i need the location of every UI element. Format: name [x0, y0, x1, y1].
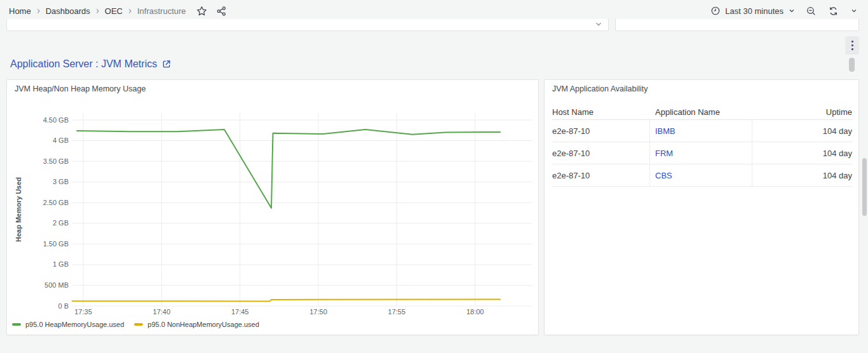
chart-legend: p95.0 HeapMemoryUsage.usedp95.0 NonHeapM… [12, 321, 259, 328]
y-tick-label: 2.50 GB [43, 199, 69, 206]
col-header-uptime[interactable]: Uptime [752, 104, 852, 119]
y-tick-label: 1.50 GB [43, 240, 69, 248]
chevron-right-icon [94, 8, 101, 15]
heap-memory-chart[interactable]: 4.50 GB4 GB3.50 GB3 GB2.50 GB2 GB1.50 GB… [7, 80, 539, 336]
table-panel: JVM Application Availability Host Name A… [544, 79, 859, 335]
table-row: e2e-87-10CBS104 day [552, 164, 852, 187]
legend-swatch [12, 323, 21, 326]
breadcrumb-item-dashboards[interactable]: Dashboards [46, 6, 90, 16]
legend-swatch [134, 323, 143, 326]
host-name-cell: e2e-87-10 [552, 142, 650, 164]
legend-item[interactable]: p95.0 HeapMemoryUsage.used [12, 321, 124, 328]
uptime-cell: 104 day [752, 120, 852, 142]
availability-table: Host Name Application Name Uptime e2e-87… [552, 104, 852, 187]
breadcrumb-item-oec[interactable]: OEC [105, 6, 123, 16]
row-title-link[interactable]: Application Server : JVM Metrics [10, 58, 172, 70]
y-tick-label: 1 GB [53, 260, 69, 268]
breadcrumb: HomeDashboardsOECInfrastructure [9, 6, 186, 16]
application-name-cell: FRM [650, 142, 752, 164]
refresh-interval-dropdown[interactable] [849, 6, 859, 16]
application-link[interactable]: IBMB [655, 126, 675, 136]
application-name-cell: IBMB [650, 120, 752, 142]
chart-panel: JVM Heap/Non Heap Memory Usage 4.50 GB4 … [6, 79, 539, 335]
time-range-picker[interactable]: Last 30 minutes [710, 6, 796, 16]
application-name-cell: CBS [650, 164, 752, 186]
y-tick-label: 500 MB [44, 281, 69, 289]
host-name-cell: e2e-87-10 [552, 120, 650, 142]
y-tick-label: 4 GB [53, 137, 69, 144]
share-button[interactable] [215, 4, 228, 18]
y-axis-label: Heap Memory Used [15, 177, 22, 242]
breadcrumb-item-infrastructure[interactable]: Infrastructure [137, 6, 186, 16]
share-icon [216, 6, 227, 17]
application-link[interactable]: FRM [655, 149, 673, 158]
table-header-row: Host Name Application Name Uptime [552, 104, 852, 120]
table-row: e2e-87-10FRM104 day [552, 142, 852, 164]
x-tick-label: 18:00 [466, 308, 484, 316]
dashboard-page: HomeDashboardsOECInfrastructure [0, 0, 868, 353]
time-range-label: Last 30 minutes [725, 6, 783, 16]
table-panel-title: JVM Application Availability [552, 84, 648, 93]
zoom-out-button[interactable] [804, 4, 818, 18]
panel-menu-button[interactable] [845, 36, 859, 55]
star-icon [196, 6, 207, 17]
refresh-icon [828, 6, 839, 17]
uptime-cell: 104 day [752, 142, 852, 164]
legend-label: p95.0 HeapMemoryUsage.used [25, 321, 124, 328]
refresh-button[interactable] [827, 4, 840, 18]
zoom-out-icon [806, 6, 817, 17]
clock-icon [710, 6, 721, 16]
legend-item[interactable]: p95.0 NonHeapMemoryUsage.used [134, 321, 259, 328]
col-header-host-name[interactable]: Host Name [552, 104, 650, 119]
x-tick-label: 17:50 [309, 308, 327, 316]
x-tick-label: 17:35 [74, 308, 92, 316]
x-tick-label: 17:45 [231, 308, 249, 316]
x-tick-label: 17:40 [153, 308, 171, 316]
application-link[interactable]: CBS [655, 171, 672, 180]
breadcrumb-item-home[interactable]: Home [9, 6, 31, 16]
panel-partial-right [615, 19, 859, 31]
chevron-down-icon [850, 7, 858, 15]
chevron-down-icon [788, 7, 796, 15]
y-tick-label: 3 GB [53, 178, 69, 185]
y-tick-label: 2 GB [53, 219, 69, 227]
top-toolbar: HomeDashboardsOECInfrastructure [0, 0, 868, 22]
y-tick-label: 0 B [58, 302, 69, 310]
series-line [72, 300, 500, 302]
chevron-right-icon [35, 8, 42, 15]
external-link-icon [161, 59, 172, 69]
host-name-cell: e2e-87-10 [552, 164, 650, 186]
table-row: e2e-87-10IBMB104 day [552, 120, 852, 142]
window-scrollbar-thumb[interactable] [862, 158, 867, 216]
section-title: Application Server : JVM Metrics [10, 58, 157, 70]
col-header-application-name[interactable]: Application Name [650, 104, 752, 119]
star-button[interactable] [195, 4, 208, 18]
x-tick-label: 17:55 [388, 308, 406, 316]
series-line [77, 130, 500, 208]
inner-scrollbar-thumb[interactable] [849, 58, 855, 72]
uptime-cell: 104 day [752, 164, 852, 186]
panel-partial-left [6, 19, 609, 31]
y-tick-label: 4.50 GB [43, 116, 69, 124]
dropdown-caret-icon[interactable] [594, 20, 603, 29]
legend-label: p95.0 NonHeapMemoryUsage.used [147, 321, 259, 328]
chevron-right-icon [126, 8, 133, 15]
y-tick-label: 3.50 GB [43, 157, 69, 165]
